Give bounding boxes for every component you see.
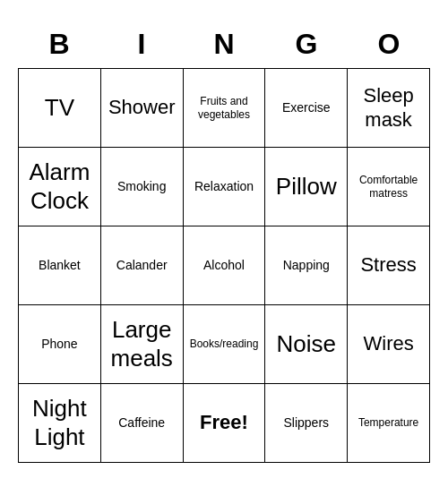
cell-r4-c0: Night Light [19, 384, 101, 463]
cell-r1-c0: Alarm Clock [19, 148, 101, 226]
bingo-card: B I N G O TVShowerFruits and vegetablesE… [9, 15, 439, 472]
cell-r0-c3: Exercise [265, 69, 348, 148]
cell-r0-c1: Shower [101, 69, 184, 148]
cell-r1-c4: Comfortable matress [348, 148, 430, 226]
cell-r4-c1: Caffeine [101, 384, 184, 463]
bingo-grid: TVShowerFruits and vegetablesExerciseSle… [18, 68, 430, 463]
bingo-header: B I N G O [18, 24, 430, 68]
cell-r3-c1: Large meals [101, 305, 184, 384]
cell-r2-c1: Calander [101, 226, 184, 305]
cell-r2-c0: Blanket [19, 226, 101, 305]
header-i: I [100, 24, 183, 68]
cell-r3-c0: Phone [19, 305, 101, 384]
header-g: G [265, 24, 348, 68]
cell-r0-c4: Sleep mask [348, 69, 430, 148]
cell-r4-c4: Temperature [348, 384, 430, 463]
cell-r0-c0: TV [19, 69, 101, 148]
header-n: N [183, 24, 265, 68]
cell-r0-c2: Fruits and vegetables [184, 69, 266, 148]
cell-r4-c2: Free! [184, 384, 266, 463]
cell-r2-c3: Napping [265, 226, 348, 305]
cell-r3-c4: Wires [348, 305, 430, 384]
cell-r3-c3: Noise [265, 305, 348, 384]
cell-r1-c2: Relaxation [184, 148, 266, 226]
header-o: O [348, 24, 430, 68]
cell-r1-c1: Smoking [101, 148, 184, 226]
header-b: B [18, 24, 100, 68]
cell-r2-c2: Alcohol [184, 226, 266, 305]
cell-r1-c3: Pillow [265, 148, 348, 226]
cell-r2-c4: Stress [348, 226, 430, 305]
cell-r3-c2: Books/reading [184, 305, 266, 384]
cell-r4-c3: Slippers [265, 384, 348, 463]
